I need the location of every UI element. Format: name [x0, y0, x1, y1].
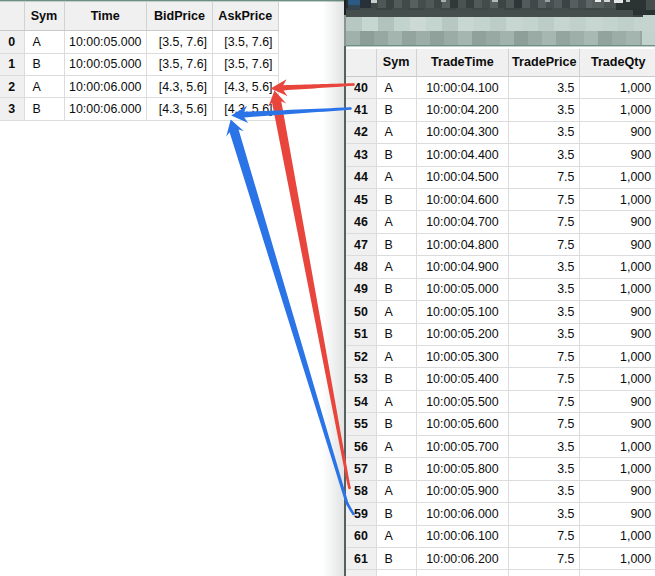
data-cell[interactable]: B [25, 54, 65, 76]
row-index-cell[interactable]: 50 [346, 301, 376, 323]
data-cell[interactable]: 3.5 [509, 99, 580, 121]
data-cell[interactable]: 1,000 [580, 77, 655, 99]
data-cell[interactable]: B [377, 368, 417, 390]
data-cell[interactable]: 10:00:05.800 [417, 458, 510, 480]
data-cell[interactable]: 7.5 [509, 413, 580, 435]
data-cell[interactable]: A [377, 301, 417, 323]
data-cell[interactable]: B [377, 413, 417, 435]
data-cell[interactable]: 10:00:05.900 [417, 481, 510, 503]
row-index-cell[interactable]: 40 [346, 77, 376, 99]
data-cell[interactable]: A [25, 31, 65, 53]
data-cell[interactable]: 7.5 [509, 167, 580, 189]
data-cell[interactable]: 7.5 [509, 526, 580, 548]
data-cell[interactable]: 10:00:04.100 [417, 77, 510, 99]
data-cell[interactable]: 10:00:05.200 [417, 324, 510, 346]
data-cell[interactable]: 7.5 [509, 346, 580, 368]
data-cell[interactable]: 10:00:06.100 [417, 526, 510, 548]
data-cell[interactable]: [3.5, 7.6] [213, 54, 279, 76]
data-cell[interactable]: 1,000 [580, 256, 655, 278]
row-index-cell[interactable]: 43 [346, 144, 376, 166]
data-cell[interactable]: 10:00:04.600 [417, 189, 510, 211]
data-cell[interactable]: 3.5 [509, 122, 580, 144]
data-cell[interactable]: 10:00:04.700 [417, 211, 510, 233]
data-cell[interactable]: 10:00:05.600 [417, 413, 510, 435]
row-index-cell[interactable]: 53 [346, 368, 376, 390]
data-cell[interactable]: A [377, 436, 417, 458]
data-cell[interactable]: 7.5 [509, 391, 580, 413]
data-cell[interactable]: 1,000 [580, 99, 655, 121]
data-cell[interactable]: B [377, 234, 417, 256]
data-cell[interactable]: A [25, 76, 65, 98]
data-cell[interactable]: 1,000 [580, 189, 655, 211]
header-cell[interactable]: Time [65, 2, 148, 31]
data-cell[interactable]: 10:00:05.700 [417, 436, 510, 458]
data-cell[interactable]: 10:00:04.800 [417, 234, 510, 256]
row-index-cell[interactable]: 0 [0, 31, 25, 53]
toolbar-blurred[interactable] [346, 17, 655, 44]
data-cell[interactable]: A [377, 167, 417, 189]
data-cell[interactable]: 900 [580, 413, 655, 435]
header-cell[interactable]: TradeTime [417, 49, 510, 77]
data-cell[interactable]: 900 [580, 122, 655, 144]
row-index-cell[interactable]: 42 [346, 122, 376, 144]
row-index-cell[interactable]: 47 [346, 234, 376, 256]
data-cell[interactable]: 900 [580, 503, 655, 525]
data-cell[interactable]: [3.5, 7.6] [147, 54, 213, 76]
row-index-cell[interactable]: 1 [0, 54, 25, 76]
data-cell[interactable]: A [377, 122, 417, 144]
data-cell[interactable]: [4.3, 5.6] [147, 76, 213, 98]
data-cell[interactable]: 10:00:04.300 [417, 122, 510, 144]
data-cell[interactable]: 900 [580, 301, 655, 323]
data-cell[interactable]: 3.5 [509, 301, 580, 323]
header-cell[interactable]: TradeQty [580, 49, 655, 77]
data-cell[interactable]: A [377, 391, 417, 413]
data-cell[interactable]: 1,000 [580, 526, 655, 548]
data-cell[interactable]: 10:00:04.500 [417, 167, 510, 189]
row-index-cell[interactable]: 60 [346, 526, 376, 548]
header-cell[interactable] [0, 2, 25, 31]
data-cell[interactable]: 3.5 [509, 279, 580, 301]
data-cell[interactable]: A [377, 526, 417, 548]
data-cell[interactable]: [4.3, 5.6] [213, 76, 279, 98]
data-cell[interactable]: 3.5 [509, 144, 580, 166]
header-cell[interactable] [346, 49, 376, 77]
row-index-cell[interactable]: 44 [346, 167, 376, 189]
titlebar[interactable] [346, 0, 655, 17]
data-cell[interactable]: B [377, 503, 417, 525]
row-index-cell[interactable]: 46 [346, 211, 376, 233]
header-cell[interactable]: Sym [377, 49, 417, 77]
row-index-cell[interactable]: 58 [346, 481, 376, 503]
data-cell[interactable]: 1,000 [580, 279, 655, 301]
row-index-cell[interactable]: 49 [346, 279, 376, 301]
data-cell[interactable]: 900 [580, 234, 655, 256]
data-cell[interactable]: B [377, 144, 417, 166]
data-cell[interactable]: A [377, 481, 417, 503]
data-cell[interactable]: B [25, 98, 65, 120]
data-cell[interactable]: 10:00:05.000 [417, 279, 510, 301]
data-cell[interactable]: 3.5 [509, 481, 580, 503]
data-cell[interactable]: 10:00:05.300 [417, 346, 510, 368]
data-cell[interactable]: B [377, 458, 417, 480]
data-cell[interactable]: 1,000 [580, 368, 655, 390]
row-index-cell[interactable]: 45 [346, 189, 376, 211]
data-cell[interactable]: 3.5 [509, 324, 580, 346]
data-cell[interactable]: 900 [580, 144, 655, 166]
data-cell[interactable]: 3.5 [509, 503, 580, 525]
data-cell[interactable]: A [377, 346, 417, 368]
data-cell[interactable]: A [377, 77, 417, 99]
row-index-cell[interactable]: 59 [346, 503, 376, 525]
data-cell[interactable]: 3.5 [509, 77, 580, 99]
data-cell[interactable]: 10:00:05.000 [65, 54, 148, 76]
data-cell[interactable]: A [377, 211, 417, 233]
data-cell[interactable]: 7.5 [509, 211, 580, 233]
row-index-cell[interactable]: 52 [346, 346, 376, 368]
data-cell[interactable]: 1,000 [580, 167, 655, 189]
data-cell[interactable]: 10:00:05.400 [417, 368, 510, 390]
data-cell[interactable]: 1,000 [580, 548, 655, 570]
data-cell[interactable]: 10:00:06.000 [417, 503, 510, 525]
data-cell[interactable]: 900 [580, 324, 655, 346]
row-index-cell[interactable]: 57 [346, 458, 376, 480]
data-cell[interactable]: [4.3, 5.6] [147, 98, 213, 120]
data-cell[interactable]: 7.5 [509, 234, 580, 256]
data-cell[interactable]: B [377, 99, 417, 121]
